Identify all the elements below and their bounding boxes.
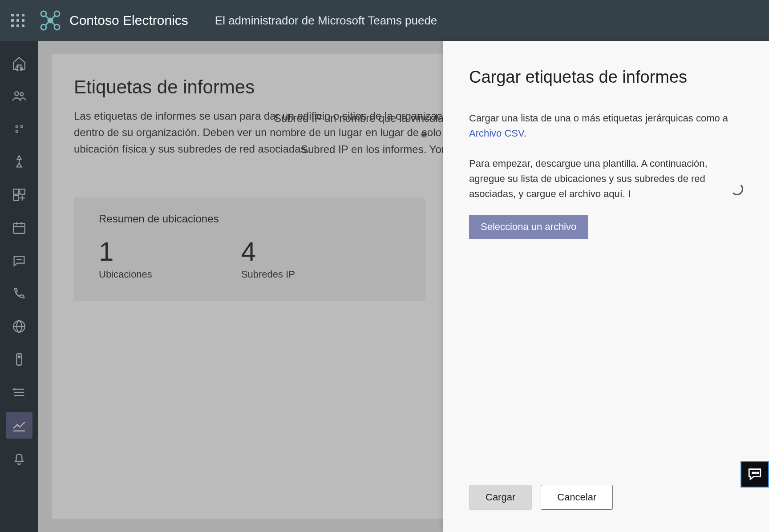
panel-title: Cargar etiquetas de informes [469, 68, 743, 87]
upload-panel: Cargar etiquetas de informes Cargar una … [443, 41, 769, 532]
panel-text-2: Para empezar, descargue una plantilla. A… [469, 156, 722, 202]
panel-text-1: Cargar una lista de una o más etiquetas … [469, 111, 743, 141]
drone-logo-icon [39, 9, 61, 32]
feedback-button[interactable] [741, 461, 769, 488]
panel-text-1-post: . [524, 128, 526, 139]
header-description: El administrador de Microsoft Teams pued… [215, 14, 437, 28]
svg-point-30 [757, 472, 759, 474]
app-launcher-icon[interactable] [9, 12, 27, 29]
upload-button[interactable]: Cargar [469, 485, 532, 510]
top-bar: Contoso Electronics El administrador de … [0, 0, 769, 41]
svg-point-28 [752, 472, 753, 474]
csv-file-link[interactable]: Archivo CSV [469, 128, 524, 139]
panel-footer: Cargar Cancelar [443, 472, 769, 532]
chat-bubble-icon [747, 467, 762, 482]
loading-spinner-icon [731, 183, 743, 195]
select-file-button[interactable]: Selecciona un archivo [469, 215, 588, 239]
svg-point-6 [48, 18, 53, 23]
cancel-button[interactable]: Cancelar [541, 485, 613, 510]
svg-point-29 [755, 472, 756, 474]
panel-text-1-pre: Cargar una lista de una o más etiquetas … [469, 113, 728, 124]
org-name: Contoso Electronics [69, 13, 188, 28]
